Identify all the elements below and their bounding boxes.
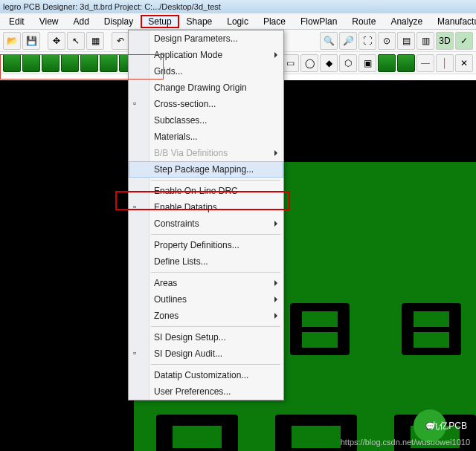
menu-item-enable-on-line-drc[interactable]: Enable On-Line DRC <box>129 183 283 199</box>
undo-icon[interactable]: ↶ <box>112 32 129 50</box>
zoom-reset-icon[interactable]: ⊙ <box>378 32 396 50</box>
submenu-arrow-icon <box>274 150 277 156</box>
menu-route[interactable]: Route <box>344 15 383 28</box>
submenu-arrow-icon <box>274 221 277 227</box>
layers-icon: ▫ <box>133 98 145 110</box>
menu-place[interactable]: Place <box>256 15 293 28</box>
menu-item-enable-datatips[interactable]: Enable Datatips▫ <box>129 199 283 215</box>
menu-item-user-preferences[interactable]: User Preferences... <box>129 383 283 400</box>
menu-item-property-definitions[interactable]: Property Definitions... <box>129 237 283 253</box>
menu-separator <box>151 234 280 235</box>
window-title: legro PCB Designer: 3d_tt.brd Project: C… <box>0 0 476 13</box>
menu-flowplan[interactable]: FlowPlan <box>293 15 344 28</box>
menu-item-design-parameters[interactable]: Design Parameters... <box>129 30 283 47</box>
menu-item-define-lists[interactable]: Define Lists... <box>129 253 283 270</box>
menu-item-application-mode[interactable]: Application Mode <box>129 47 283 63</box>
menu-manufacture[interactable]: Manufacture <box>430 15 476 28</box>
wechat-label: 九亿PCB <box>431 420 467 432</box>
zoom-fit-icon[interactable]: ⛶ <box>358 32 376 50</box>
submenu-arrow-icon <box>274 296 277 302</box>
menu-separator <box>151 272 280 273</box>
shape-tool-3[interactable]: ◆ <box>320 54 338 72</box>
menu-separator <box>151 180 280 181</box>
view-icon[interactable]: ▥ <box>416 32 434 50</box>
menu-item-si-design-setup[interactable]: SI Design Setup... <box>129 329 283 345</box>
vline-icon[interactable]: │ <box>436 54 454 72</box>
menu-item-si-design-audit[interactable]: SI Design Audit...▫ <box>129 345 283 362</box>
menu-item-b-b-via-definitions: B/B Via Definitions <box>129 145 283 161</box>
menu-item-subclasses[interactable]: Subclasses... <box>129 112 283 129</box>
menu-item-grids[interactable]: Grids... <box>129 63 283 80</box>
menu-item-change-drawing-origin[interactable]: Change Drawing Origin <box>129 80 283 96</box>
submenu-arrow-icon <box>274 313 277 319</box>
cursor-icon[interactable]: ↖ <box>67 32 85 50</box>
pcb-tool-6[interactable] <box>100 54 118 72</box>
audit-icon: ▫ <box>133 348 145 360</box>
shape-tool-7[interactable] <box>397 54 415 72</box>
pcb-tool-5[interactable] <box>80 54 98 72</box>
menubar: EditViewAddDisplaySetupShapeLogicPlaceFl… <box>0 13 476 30</box>
submenu-arrow-icon <box>274 52 277 58</box>
pcb-tool-2[interactable] <box>22 54 40 72</box>
zoom-in-icon[interactable]: 🔍 <box>320 32 338 50</box>
menu-add[interactable]: Add <box>65 15 96 28</box>
menu-item-cross-section[interactable]: Cross-section...▫ <box>129 96 283 112</box>
zoom-out-icon[interactable]: 🔎 <box>339 32 357 50</box>
menu-analyze[interactable]: Analyze <box>383 15 430 28</box>
shape-tool-2[interactable]: ◯ <box>300 54 318 72</box>
grid-icon[interactable]: ▦ <box>86 32 104 50</box>
menu-display[interactable]: Display <box>97 15 141 28</box>
3d-icon[interactable]: 3D <box>436 32 454 50</box>
menu-separator <box>151 364 280 365</box>
save-icon[interactable]: 💾 <box>22 32 40 50</box>
menu-separator <box>151 326 280 327</box>
menu-logic[interactable]: Logic <box>219 15 256 28</box>
pcb-tool-1[interactable] <box>3 54 21 72</box>
menu-item-areas[interactable]: Areas <box>129 275 283 291</box>
menu-item-materials[interactable]: Materials... <box>129 129 283 145</box>
shape-tool-5[interactable]: ▣ <box>358 54 376 72</box>
menu-item-step-package-mapping[interactable]: Step Package Mapping... <box>129 161 283 178</box>
pcb-tool-4[interactable] <box>61 54 79 72</box>
watermark-text: https://blog.csdn.net/wusuowei1010 <box>341 438 470 447</box>
pcb-tool-3[interactable] <box>42 54 60 72</box>
menu-item-constraints[interactable]: Constraints <box>129 215 283 232</box>
menu-item-outlines[interactable]: Outlines <box>129 291 283 308</box>
menu-shape[interactable]: Shape <box>179 15 220 28</box>
layers-icon[interactable]: ▤ <box>397 32 415 50</box>
menu-setup[interactable]: Setup <box>141 15 178 28</box>
setup-dropdown-menu: Design Parameters...Application ModeGrid… <box>128 30 284 400</box>
tip-icon: ▫ <box>133 201 145 213</box>
submenu-arrow-icon <box>274 280 277 286</box>
menu-item-datatip-customization[interactable]: Datatip Customization... <box>129 367 283 383</box>
shape-tool-6[interactable] <box>378 54 396 72</box>
move-icon[interactable]: ✥ <box>48 32 65 50</box>
menu-item-zones[interactable]: Zones <box>129 308 283 324</box>
component-chip <box>402 303 461 355</box>
cross-icon[interactable]: ✕ <box>455 54 473 72</box>
open-icon[interactable]: 📂 <box>3 32 21 50</box>
menu-view[interactable]: View <box>32 15 66 28</box>
menu-edit[interactable]: Edit <box>1 15 32 28</box>
shape-tool-4[interactable]: ⬡ <box>339 54 357 72</box>
component-chip <box>156 415 238 451</box>
hline-icon[interactable]: — <box>416 54 434 72</box>
correct-icon[interactable]: ✓ <box>455 32 473 50</box>
component-chip <box>290 303 350 355</box>
